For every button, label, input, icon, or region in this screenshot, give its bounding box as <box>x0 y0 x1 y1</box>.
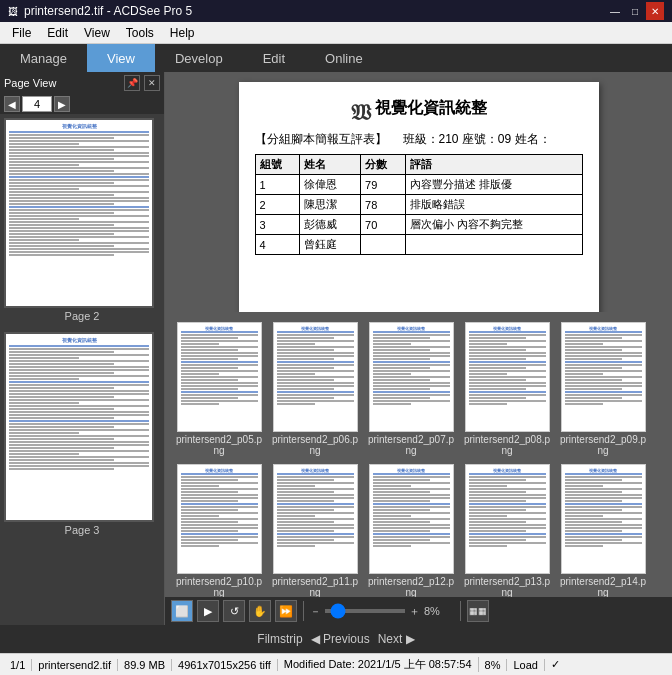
thumb-p14[interactable]: 視覺化資訊統整 printersend2_p14.png <box>559 464 647 597</box>
status-filesize: 89.9 MB <box>118 659 172 671</box>
status-check: ✓ <box>545 658 566 671</box>
thumb-img-p12: 視覺化資訊統整 <box>369 464 454 574</box>
thumb-label-p08: printersend2_p08.png <box>463 434 551 456</box>
table-row: 1 徐偉恩 79 內容豐分描述 排版優 <box>255 175 582 195</box>
page-nav: ◀ ▶ <box>0 94 164 114</box>
nav-tabs: Manage View Develop Edit Online <box>0 44 672 72</box>
panel-header: Page View 📌 ✕ <box>0 72 164 94</box>
status-zoom: 8% <box>479 659 508 671</box>
zoom-minus-label: － <box>310 604 321 619</box>
page-prev-button[interactable]: ◀ <box>4 96 20 112</box>
status-modified: Modified Date: 2021/1/5 上午 08:57:54 <box>278 657 479 672</box>
thumb-label-p07: printersend2_p07.png <box>367 434 455 456</box>
toolbar-btn-select[interactable]: ⬜ <box>171 600 193 622</box>
thumb-p11[interactable]: 視覺化資訊統整 printersend2_p11.png <box>271 464 359 597</box>
thumb-img-p07: 視覺化資訊統整 <box>369 322 454 432</box>
page-number-input[interactable] <box>22 96 52 112</box>
doc-preview-area: 𝔚 視覺化資訊統整 【分組腳本簡報互評表】 班級：210 座號：09 姓名： 組… <box>165 72 672 312</box>
page-3-label: Page 3 <box>4 522 160 538</box>
panel-close-button[interactable]: ✕ <box>144 75 160 91</box>
filmstrip-panel: Page View 📌 ✕ ◀ ▶ 視覺化資訊統整 <box>0 72 165 625</box>
status-dimensions: 4961x7015x256 tiff <box>172 659 278 671</box>
thumb-label-p13: printersend2_p13.png <box>463 576 551 597</box>
thumb-img-p10: 視覺化資訊統整 <box>177 464 262 574</box>
thumb-p08[interactable]: 視覺化資訊統整 printersend2_p08.png <box>463 322 551 456</box>
menu-tools[interactable]: Tools <box>118 24 162 42</box>
thumb-p07[interactable]: 視覺化資訊統整 printersend2_p07.png <box>367 322 455 456</box>
col-header-0: 組號 <box>255 155 300 175</box>
page-thumb-3[interactable]: 視覺化資訊統整 <box>4 332 160 538</box>
thumb-p12[interactable]: 視覺化資訊統整 printersend2_p12.png <box>367 464 455 597</box>
menu-help[interactable]: Help <box>162 24 203 42</box>
table-row: 2 陳思潔 78 排版略錯誤 <box>255 195 582 215</box>
tab-online[interactable]: Online <box>305 44 383 72</box>
thumb-img-p08: 視覺化資訊統整 <box>465 322 550 432</box>
close-button[interactable]: ✕ <box>646 2 664 20</box>
status-filename: printersend2.tif <box>32 659 118 671</box>
thumb-label-p10: printersend2_p10.png <box>175 576 263 597</box>
logo-w: 𝔚 <box>351 100 371 126</box>
main-area: Page View 📌 ✕ ◀ ▶ 視覺化資訊統整 <box>0 72 672 625</box>
doc-table: 組號 姓名 分數 評語 1 徐偉恩 79 內容豐分描述 排版優 2 陳思潔 <box>255 154 583 255</box>
panel-title: Page View <box>4 77 120 89</box>
doc-subtitle: 【分組腳本簡報互評表】 <box>255 131 387 148</box>
title-bar-text: printersend2.tif - ACDSee Pro 5 <box>24 4 606 18</box>
thumb-label-p12: printersend2_p12.png <box>367 576 455 597</box>
thumb-img-p06: 視覺化資訊統整 <box>273 322 358 432</box>
thumb-p13[interactable]: 視覺化資訊統整 printersend2_p13.png <box>463 464 551 597</box>
thumbnail-grid[interactable]: 視覺化資訊統整 printersend2_p05.png 視覺化資訊統整 pri… <box>165 312 672 597</box>
table-row: 4 曾鈺庭 <box>255 235 582 255</box>
menu-file[interactable]: File <box>4 24 39 42</box>
toolbar-btn-rotate[interactable]: ↺ <box>223 600 245 622</box>
status-bar: 1/1 printersend2.tif 89.9 MB 4961x7015x2… <box>0 653 672 675</box>
thumb-p06[interactable]: 視覺化資訊統整 printersend2_p06.png <box>271 322 359 456</box>
thumb-img-p05: 視覺化資訊統整 <box>177 322 262 432</box>
thumb-label-p09: printersend2_p09.png <box>559 434 647 456</box>
doc-class-info: 班級：210 座號：09 姓名： <box>403 131 551 148</box>
toolbar-btn-pan[interactable]: ✋ <box>249 600 271 622</box>
panel-pin-button[interactable]: 📌 <box>124 75 140 91</box>
next-button[interactable]: Next ▶ <box>378 632 415 646</box>
status-page: 1/1 <box>4 659 32 671</box>
page-thumb-img-3: 視覺化資訊統整 <box>4 332 154 522</box>
tab-develop[interactable]: Develop <box>155 44 243 72</box>
top-document: 𝔚 視覺化資訊統整 【分組腳本簡報互評表】 班級：210 座號：09 姓名： 組… <box>239 82 599 312</box>
view-toolbar: ⬜ ▶ ↺ ✋ ⏩ － ＋ 8% ▦▦ <box>165 597 672 625</box>
zoom-slider[interactable] <box>325 609 405 613</box>
doc-subtitle-row: 【分組腳本簡報互評表】 班級：210 座號：09 姓名： <box>255 131 583 148</box>
menu-edit[interactable]: Edit <box>39 24 76 42</box>
window-controls: — □ ✕ <box>606 2 664 20</box>
page-2-label: Page 2 <box>4 308 160 324</box>
zoom-plus-label: ＋ <box>409 604 420 619</box>
menu-bar: File Edit View Tools Help <box>0 22 672 44</box>
page-thumb-2[interactable]: 視覺化資訊統整 <box>4 118 160 324</box>
thumb-p05[interactable]: 視覺化資訊統整 printersend2_p05.png <box>175 322 263 456</box>
thumb-img-p14: 視覺化資訊統整 <box>561 464 646 574</box>
maximize-button[interactable]: □ <box>626 2 644 20</box>
filmstrip-nav: Filmstrip ◀ Previous Next ▶ <box>0 625 672 653</box>
thumb-img-p11: 視覺化資訊統整 <box>273 464 358 574</box>
toolbar-btn-grid[interactable]: ▦▦ <box>467 600 489 622</box>
tab-edit[interactable]: Edit <box>243 44 305 72</box>
thumb-img-p13: 視覺化資訊統整 <box>465 464 550 574</box>
toolbar-btn-skip[interactable]: ⏩ <box>275 600 297 622</box>
col-header-1: 姓名 <box>300 155 361 175</box>
filmstrip-scroll[interactable]: 視覺化資訊統整 <box>0 114 164 625</box>
zoom-level: 8% <box>424 605 454 617</box>
tab-manage[interactable]: Manage <box>0 44 87 72</box>
previous-button[interactable]: ◀ Previous <box>311 632 370 646</box>
app-icon: 🖼 <box>8 6 18 17</box>
thumb-p09[interactable]: 視覺化資訊統整 printersend2_p09.png <box>559 322 647 456</box>
minimize-button[interactable]: — <box>606 2 624 20</box>
toolbar-separator-1 <box>303 601 304 621</box>
filmstrip-label: Filmstrip <box>257 632 302 646</box>
toolbar-btn-play[interactable]: ▶ <box>197 600 219 622</box>
title-bar: 🖼 printersend2.tif - ACDSee Pro 5 — □ ✕ <box>0 0 672 22</box>
col-header-3: 評語 <box>405 155 582 175</box>
menu-view[interactable]: View <box>76 24 118 42</box>
tab-view[interactable]: View <box>87 44 155 72</box>
thumb-label-p06: printersend2_p06.png <box>271 434 359 456</box>
page-next-button[interactable]: ▶ <box>54 96 70 112</box>
thumb-p10[interactable]: 視覺化資訊統整 printersend2_p10.png <box>175 464 263 597</box>
main-view: 𝔚 視覺化資訊統整 【分組腳本簡報互評表】 班級：210 座號：09 姓名： 組… <box>165 72 672 625</box>
